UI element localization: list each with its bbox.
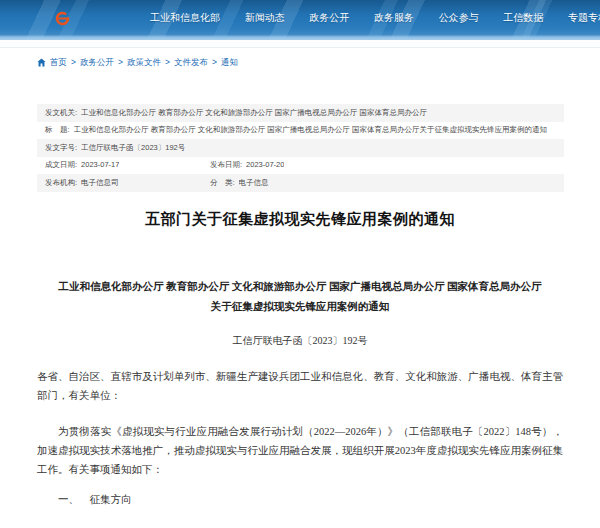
meta-value: 工业和信息化部办公厅 教育部办公厅 文化和旅游部办公厅 国家广播电视总局办公厅 … — [81, 108, 427, 118]
meta-value: 工业和信息化部办公厅 教育部办公厅 文化和旅游部办公厅 国家广播电视总局办公厅 … — [74, 125, 547, 135]
breadcrumb-policy-files[interactable]: 政策文件 — [127, 57, 161, 67]
article-body: 五部门关于征集虚拟现实先锋应用案例的通知 工业和信息化部办公厅 教育部办公厅 文… — [37, 209, 563, 528]
breadcrumb-separator: > — [165, 57, 170, 67]
meta-row-issuing-agency: 发文机关: 工业和信息化部办公厅 教育部办公厅 文化和旅游部办公厅 国家广播电视… — [37, 104, 564, 122]
nav-item-public-participation[interactable]: 公众参与 — [439, 11, 479, 25]
nav-item-gov-services[interactable]: 政务服务 — [374, 11, 414, 25]
meta-label: 标 题: — [45, 125, 70, 135]
document-number: 工信厅联电子函〔2023〕192号 — [37, 331, 563, 351]
breadcrumb-current-notice: 通知 — [221, 57, 238, 67]
nav-divider — [0, 40, 600, 48]
article-subtitle: 工业和信息化部办公厅 教育部办公厅 文化和旅游部办公厅 国家广播电视总局办公厅 … — [56, 277, 544, 317]
home-icon[interactable] — [37, 58, 46, 67]
meta-label: 发布机构: — [45, 178, 77, 188]
meta-label: 发布日期: — [210, 160, 242, 170]
breadcrumb-separator: > — [118, 57, 123, 67]
meta-row-doc-number: 发文字号: 工信厅联电子函〔2023〕192号 — [37, 139, 564, 157]
meta-label: 分 类: — [210, 178, 235, 188]
breadcrumb-separator: > — [71, 57, 76, 67]
meta-row-title: 标 题: 工业和信息化部办公厅 教育部办公厅 文化和旅游部办公厅 国家广播电视总… — [37, 122, 564, 140]
meta-label: 发文字号: — [45, 143, 77, 153]
meta-value: 2023-07-17 — [81, 160, 119, 170]
meta-row-publisher-category: 发布机构: 电子信息司 分 类: 电子信息 — [37, 174, 564, 192]
nav-item-gov-disclosure[interactable]: 政务公开 — [309, 11, 349, 25]
breadcrumb-home[interactable]: 首页 — [50, 57, 67, 67]
meta-row-dates: 成文日期: 2023-07-17 发布日期: 2023-07-20 — [37, 157, 564, 175]
miit-logo-icon[interactable] — [54, 10, 71, 27]
meta-value: 电子信息 — [239, 178, 269, 188]
nav-item-data[interactable]: 工信数据 — [503, 11, 543, 25]
meta-label: 发文机关: — [45, 108, 77, 118]
page-title: 五部门关于征集虚拟现实先锋应用案例的通知 — [37, 209, 563, 229]
document-meta-table: 发文机关: 工业和信息化部办公厅 教育部办公厅 文化和旅游部办公厅 国家广播电视… — [37, 104, 564, 192]
salutation-paragraph: 各省、自治区、直辖市及计划单列市、新疆生产建设兵团工业和信息化、教育、文化和旅游… — [37, 367, 563, 405]
nav-menu: 工业和信息化部 新闻动态 政务公开 政务服务 公众参与 工信数据 专题专栏 — [0, 0, 600, 36]
top-navigation-bar: 工业和信息化部 新闻动态 政务公开 政务服务 公众参与 工信数据 专题专栏 — [0, 0, 600, 40]
breadcrumb-separator: > — [212, 57, 217, 67]
section-heading: 一、 征集方向 — [37, 490, 563, 509]
meta-value: 工信厅联电子函〔2023〕192号 — [81, 143, 185, 153]
meta-value: 电子信息司 — [81, 178, 119, 188]
nav-item-special-topics[interactable]: 专题专栏 — [568, 11, 600, 25]
breadcrumb-gov-disclosure[interactable]: 政务公开 — [80, 57, 114, 67]
breadcrumb-file-release[interactable]: 文件发布 — [174, 57, 208, 67]
breadcrumb: 首页 > 政务公开 > 政策文件 > 文件发布 > 通知 — [0, 48, 600, 67]
intro-paragraph: 为贯彻落实《虚拟现实与行业应用融合发展行动计划（2022—2026年）》（工信部… — [37, 422, 563, 479]
meta-label: 成文日期: — [45, 160, 77, 170]
nav-item-ministry[interactable]: 工业和信息化部 — [150, 11, 220, 25]
meta-value: 2023-07-20 — [246, 160, 284, 170]
nav-item-news[interactable]: 新闻动态 — [245, 11, 285, 25]
